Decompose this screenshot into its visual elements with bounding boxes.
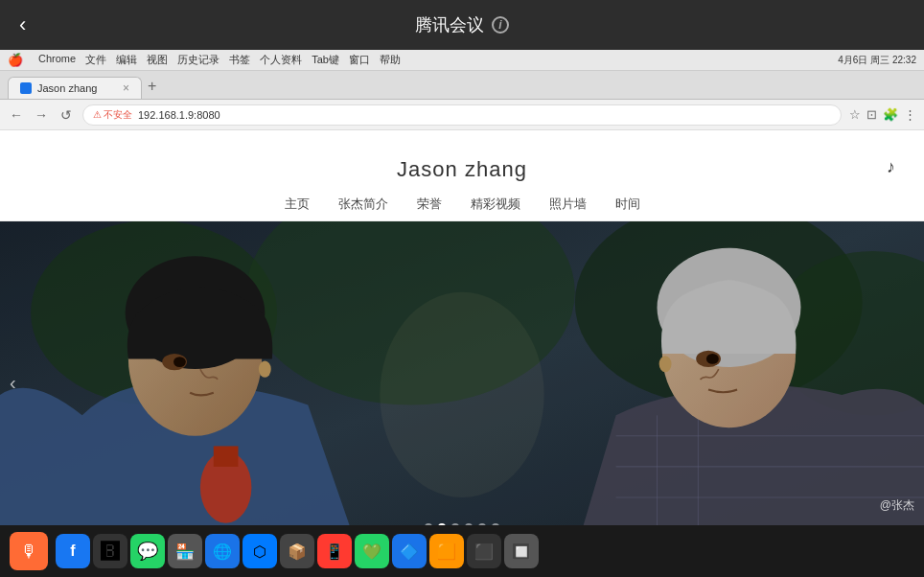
dock-icon-app2[interactable]: 🅱 — [93, 534, 127, 568]
tab-title: Jason zhang — [37, 82, 97, 94]
address-right-icons: ☆ ⊡ 🧩 ⋮ — [849, 107, 916, 122]
dock-icon-fb[interactable]: f — [56, 534, 90, 568]
dock-icon-chrome[interactable]: 🌐 — [205, 534, 240, 568]
menu-chrome[interactable]: Chrome — [38, 53, 76, 67]
music-icon[interactable]: ♪ — [887, 157, 895, 177]
not-secure-indicator: ⚠ 不安全 — [93, 108, 132, 122]
menu-file[interactable]: 文件 — [85, 53, 106, 67]
chrome-tabbar: Jason zhang × + — [0, 71, 924, 100]
wechat-icon: 💚 — [362, 542, 381, 561]
top-bar: ‹ 腾讯会议 i — [0, 0, 924, 50]
app13-icon: 🔲 — [512, 542, 531, 561]
hero-image — [0, 221, 924, 542]
nav-honor[interactable]: 荣誉 — [417, 196, 442, 213]
carousel-prev-button[interactable]: ‹ — [10, 371, 16, 393]
chrome-tab[interactable]: Jason zhang × — [8, 77, 142, 99]
screenshot-icon[interactable]: ⊡ — [866, 107, 877, 122]
vscode-icon: ⬡ — [253, 542, 266, 561]
nav-intro[interactable]: 张杰简介 — [338, 196, 388, 213]
dock-icon-msg[interactable]: 💬 — [130, 534, 165, 568]
lock-icon: ⚠ — [93, 109, 102, 120]
menu-edit[interactable]: 编辑 — [116, 53, 137, 67]
nav-home[interactable]: 主页 — [285, 196, 310, 213]
fb-icon: f — [70, 542, 75, 560]
menu-bookmarks[interactable]: 书签 — [229, 53, 250, 67]
nav-photos[interactable]: 照片墙 — [549, 196, 587, 213]
nav-timeline[interactable]: 时间 — [615, 196, 640, 213]
bottom-bar: 🎙 f 🅱 💬 🏪 🌐 ⬡ 📦 📱 💚 🔷 — [0, 525, 924, 577]
menu-profile[interactable]: 个人资料 — [260, 53, 302, 67]
address-box[interactable]: ⚠ 不安全 192.168.1.9:8080 — [82, 104, 842, 126]
website-header-wrapper: Jason zhang ♪ 主页 张杰简介 荣誉 精彩视频 照片墙 时间 — [0, 130, 924, 221]
meeting-title-text: 腾讯会议 — [415, 13, 484, 36]
app10-icon: 🔷 — [400, 542, 419, 561]
dock-icon-app11[interactable]: 🟧 — [429, 534, 464, 568]
menu-view[interactable]: 视图 — [147, 53, 168, 67]
dock-icon-store[interactable]: 🏪 — [168, 534, 202, 568]
refresh-button[interactable]: ↺ — [58, 107, 75, 123]
info-icon[interactable]: i — [492, 16, 509, 34]
app2-icon: 🅱 — [101, 541, 120, 563]
app12-icon: ⬛ — [474, 542, 494, 561]
dock-icon-wechat[interactable]: 💚 — [355, 534, 389, 568]
menu-history[interactable]: 历史记录 — [177, 53, 219, 67]
dock-icon-app7[interactable]: 📦 — [280, 534, 314, 568]
dock-icon-vscode[interactable]: ⬡ — [243, 534, 277, 568]
tab-favicon — [20, 82, 32, 94]
website-content: Jason zhang ♪ 主页 张杰简介 荣誉 精彩视频 照片墙 时间 — [0, 130, 924, 542]
menu-tab[interactable]: Tab键 — [312, 53, 339, 67]
dock-icons: f 🅱 💬 🏪 🌐 ⬡ 📦 📱 💚 🔷 🟧 — [56, 534, 539, 568]
not-secure-text: 不安全 — [104, 108, 132, 122]
browser-window: 🍎 Chrome 文件 编辑 视图 历史记录 书签 个人资料 Tab键 窗口 帮… — [0, 50, 924, 575]
weibo-text: @张杰 — [880, 498, 914, 512]
hero-area: ‹ @张杰 — [0, 221, 924, 542]
app11-icon: 🟧 — [437, 542, 456, 561]
url-text: 192.168.1.9:8080 — [138, 109, 220, 121]
app8-icon: 📱 — [325, 542, 344, 561]
dock-icon-app13[interactable]: 🔲 — [504, 534, 539, 568]
mac-menu-items: Chrome 文件 编辑 视图 历史记录 书签 个人资料 Tab键 窗口 帮助 — [38, 53, 401, 67]
new-tab-button[interactable]: + — [148, 78, 156, 95]
chrome-addressbar: ← → ↺ ⚠ 不安全 192.168.1.9:8080 ☆ ⊡ 🧩 ⋮ — [0, 100, 924, 130]
nav-videos[interactable]: 精彩视频 — [471, 196, 520, 213]
website-title: Jason zhang — [397, 157, 527, 181]
mic-icon: 🎙 — [20, 542, 37, 562]
mic-button[interactable]: 🎙 — [10, 532, 48, 570]
chrome-icon: 🌐 — [213, 542, 232, 561]
forward-nav-button[interactable]: → — [33, 107, 50, 123]
mac-menubar: 🍎 Chrome 文件 编辑 视图 历史记录 书签 个人资料 Tab键 窗口 帮… — [0, 50, 924, 71]
back-button[interactable]: ‹ — [19, 12, 26, 37]
apple-logo: 🍎 — [8, 53, 23, 67]
app7-icon: 📦 — [288, 542, 307, 561]
mac-time: 4月6日 周三 22:32 — [838, 54, 916, 67]
menu-window[interactable]: 窗口 — [349, 53, 370, 67]
dock-icon-app8[interactable]: 📱 — [317, 534, 352, 568]
mac-right-status: 4月6日 周三 22:32 — [838, 54, 916, 67]
meeting-title: 腾讯会议 i — [415, 13, 509, 36]
msg-icon: 💬 — [137, 541, 158, 562]
website-nav: 主页 张杰简介 荣誉 精彩视频 照片墙 时间 — [0, 186, 924, 221]
menu-help[interactable]: 帮助 — [380, 53, 401, 67]
extension-icon[interactable]: 🧩 — [883, 107, 898, 122]
back-nav-button[interactable]: ← — [8, 107, 25, 123]
dock-icon-app10[interactable]: 🔷 — [392, 534, 427, 568]
menu-dots-icon[interactable]: ⋮ — [904, 107, 916, 122]
dock-icon-app12[interactable]: ⬛ — [467, 534, 501, 568]
bookmark-icon[interactable]: ☆ — [849, 107, 861, 122]
store-icon: 🏪 — [175, 542, 195, 561]
svg-point-23 — [380, 292, 543, 497]
tab-close-button[interactable]: × — [123, 81, 129, 95]
weibo-watermark: @张杰 — [880, 497, 914, 514]
